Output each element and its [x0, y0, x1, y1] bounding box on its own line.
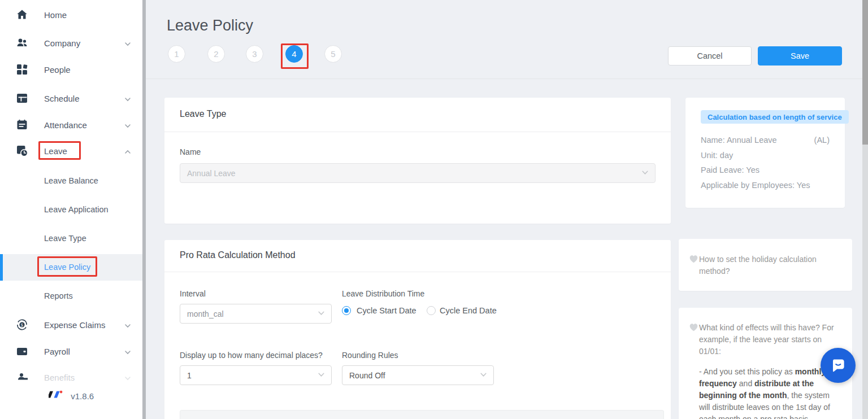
chevron-down-icon — [641, 169, 649, 178]
name-label: Name — [180, 147, 201, 156]
decimal-places-label: Display up to how many decimal places? — [180, 351, 323, 360]
sidebar-item-label: Expense Claims — [44, 320, 105, 330]
help-effects-intro: What kind of effects will this have? For… — [699, 322, 835, 357]
cycle-start-date-label[interactable]: Cycle Start Date — [357, 306, 416, 315]
heart-icon — [689, 323, 698, 331]
card-header: Pro Rata Calculation Method — [164, 240, 671, 272]
app-version: v1.8.6 — [0, 390, 142, 402]
sidebar-scrollbar[interactable] — [142, 0, 146, 419]
chevron-down-icon — [124, 121, 131, 128]
schedule-icon — [16, 92, 28, 104]
leave-icon — [16, 145, 28, 157]
sidebar-item-leave-type[interactable]: Leave Type — [0, 225, 142, 251]
sidebar-item-leave-application[interactable]: Leave Application — [0, 197, 142, 222]
sidebar-item-label: Reports — [44, 291, 73, 300]
cycle-end-date-label[interactable]: Cycle End Date — [440, 306, 497, 315]
chevron-down-icon — [480, 371, 487, 380]
leave-type-name-select: Annual Leave — [180, 163, 656, 183]
selected-value: 1 — [187, 371, 192, 380]
heart-icon — [689, 255, 698, 263]
selected-value: month_cal — [187, 309, 224, 318]
calculation-badge: Calculation based on length of service — [701, 110, 849, 124]
sidebar-item-label: People — [44, 65, 71, 75]
annotation-box-leave-policy — [37, 256, 97, 277]
home-icon — [16, 8, 28, 21]
step-5[interactable]: 5 — [324, 45, 342, 63]
sidebar-item-people[interactable]: People — [0, 56, 142, 82]
interval-label: Interval — [180, 289, 206, 298]
sidebar-item-home[interactable]: Home — [0, 2, 142, 28]
chat-bubble-icon — [828, 356, 848, 375]
body-part: - And you set this policy as — [699, 367, 795, 376]
summary-name-row: Name: Annual Leave — [701, 136, 830, 145]
expense-claims-icon: $ — [16, 318, 28, 331]
rounding-rules-select[interactable]: Round Off — [342, 365, 494, 385]
cycle-end-date-radio[interactable] — [427, 306, 436, 315]
decimal-places-select[interactable]: 1 — [180, 365, 332, 385]
chevron-down-icon — [318, 309, 325, 318]
sidebar-item-label: Attendance — [44, 120, 87, 130]
leave-type-card: Leave Type Name Annual Leave — [164, 98, 671, 224]
step-2[interactable]: 2 — [207, 45, 225, 63]
page-scrollbar-thumb[interactable] — [862, 0, 868, 145]
sidebar-item-label: Home — [44, 10, 67, 20]
leave-distribution-time-label: Leave Distribution Time — [342, 289, 424, 298]
help-effects-body: - And you set this policy as monthly fre… — [699, 366, 841, 419]
people-icon — [16, 63, 28, 76]
summary-paid-row: Paid Leave: Yes — [701, 165, 830, 174]
cycle-start-date-radio[interactable] — [342, 306, 351, 315]
chevron-down-icon — [124, 348, 131, 355]
summary-unit-row: Unit: day — [701, 151, 830, 160]
step-1[interactable]: 1 — [168, 45, 185, 63]
interval-select[interactable]: month_cal — [180, 304, 332, 324]
sidebar-item-label: Leave Balance — [44, 176, 98, 185]
save-button[interactable]: Save — [758, 46, 842, 66]
payroll-icon — [16, 345, 28, 357]
app-window: Home Company People Schedule — [0, 0, 868, 419]
chat-launcher-button[interactable] — [821, 348, 856, 383]
version-label: v1.8.6 — [71, 391, 94, 401]
help-card-holiday-method: How to set the holiday calculation metho… — [679, 239, 852, 291]
summary-name-code: (AL) — [814, 136, 830, 145]
summary-applicable-row: Applicable by Employees: Yes — [701, 181, 830, 190]
rounding-rules-label: Rounding Rules — [342, 351, 398, 360]
sidebar-item-company[interactable]: Company — [0, 30, 142, 56]
annotation-box-step-4 — [281, 43, 309, 69]
sidebar: Home Company People Schedule — [0, 0, 142, 419]
sidebar-item-reports[interactable]: Reports — [0, 283, 142, 309]
sidebar-item-schedule[interactable]: Schedule — [0, 85, 142, 111]
sidebar-item-label: Payroll — [44, 347, 70, 356]
help-question-link[interactable]: How to set the holiday calculation metho… — [699, 254, 835, 277]
header-divider — [146, 78, 862, 79]
pro-rata-card: Pro Rata Calculation Method Interval mon… — [164, 240, 671, 419]
card-title: Pro Rata Calculation Method — [180, 250, 296, 260]
sidebar-item-expense-claims[interactable]: $ Expense Claims — [0, 312, 142, 338]
body-part: and — [737, 379, 754, 388]
sidebar-item-leave-balance[interactable]: Leave Balance — [0, 168, 142, 194]
chevron-down-icon — [124, 95, 131, 102]
attendance-icon — [16, 119, 28, 131]
page-title: Leave Policy — [167, 17, 253, 34]
sidebar-item-label: Company — [44, 38, 80, 48]
selected-value: Annual Leave — [187, 169, 236, 178]
sidebar-item-label: Leave Type — [44, 234, 86, 243]
sidebar-item-attendance[interactable]: Attendance — [0, 112, 142, 138]
chevron-down-icon — [124, 374, 131, 381]
sidebar-item-label: Benefits — [44, 373, 75, 382]
card-header: Leave Type — [164, 98, 671, 132]
brand-logo-icon — [49, 392, 66, 401]
selected-value: Round Off — [349, 371, 385, 380]
svg-text:$: $ — [21, 322, 24, 328]
chevron-down-icon — [318, 371, 325, 380]
sidebar-item-payroll[interactable]: Payroll — [0, 338, 142, 364]
card-title: Leave Type — [180, 109, 226, 119]
chevron-up-icon — [124, 147, 131, 154]
table-header-partial — [180, 410, 664, 419]
chevron-down-icon — [124, 321, 131, 328]
step-3[interactable]: 3 — [246, 45, 263, 63]
company-icon — [16, 37, 28, 49]
cancel-button[interactable]: Cancel — [668, 46, 752, 66]
annotation-box-leave — [38, 141, 81, 160]
sidebar-item-label: Leave Application — [44, 205, 108, 214]
leave-type-summary-card: Calculation based on length of service N… — [685, 98, 845, 208]
